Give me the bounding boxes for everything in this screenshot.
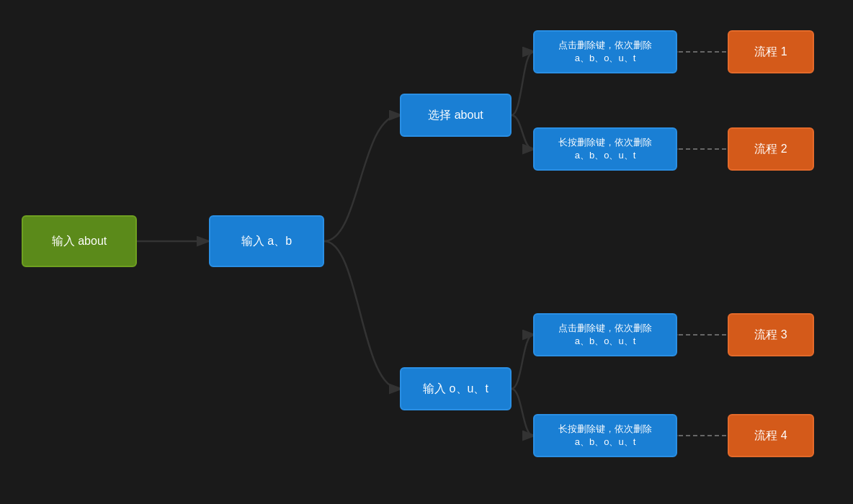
node-click-del-2: 点击删除键，依次删除 a、b、o、u、t	[533, 313, 677, 356]
node-input-ab: 输入 a、b	[209, 215, 324, 267]
node-flow2: 流程 2	[728, 127, 814, 171]
node-flow1: 流程 1	[728, 30, 814, 73]
node-click-del-1: 点击删除键，依次删除 a、b、o、u、t	[533, 30, 677, 73]
node-flow4: 流程 4	[728, 414, 814, 457]
node-flow3: 流程 3	[728, 313, 814, 356]
node-select-about: 选择 about	[400, 94, 512, 137]
node-long-del-2: 长按删除键，依次删除 a、b、o、u、t	[533, 414, 677, 457]
node-input-out: 输入 o、u、t	[400, 367, 512, 410]
flowchart-diagram: 输入 about 输入 a、b 选择 about 输入 o、u、t 点击删除键，…	[0, 0, 853, 504]
node-long-del-1: 长按删除键，依次删除 a、b、o、u、t	[533, 127, 677, 171]
node-input-about: 输入 about	[22, 215, 137, 267]
